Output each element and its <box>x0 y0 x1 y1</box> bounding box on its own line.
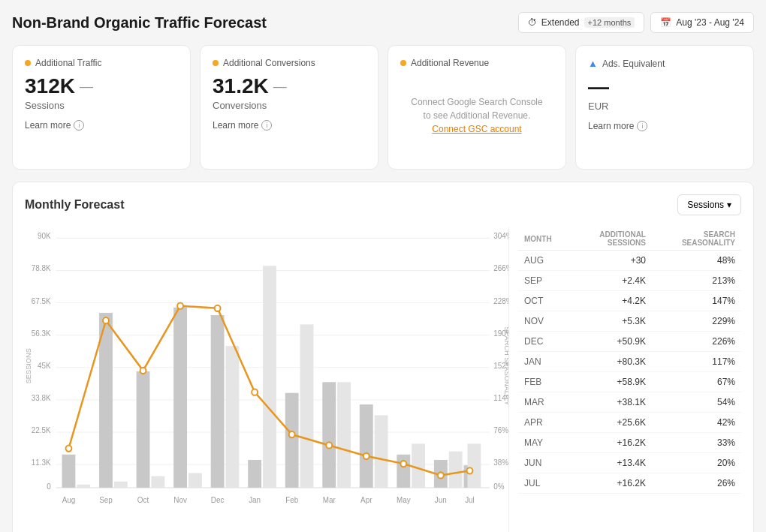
cell-seasonality: 67% <box>652 372 741 392</box>
table-area: MONTH ADDITIONALSESSIONS SEARCHSEASONALI… <box>508 227 741 532</box>
svg-text:Jul: Jul <box>465 496 475 504</box>
table-header-row: MONTH ADDITIONALSESSIONS SEARCHSEASONALI… <box>518 227 741 251</box>
svg-text:11.3K: 11.3K <box>32 458 51 467</box>
table-row: AUG +30 48% <box>518 251 741 271</box>
info-icon: i <box>261 120 272 131</box>
bar-inertial-feb <box>285 393 299 488</box>
learn-more-link[interactable]: Learn more i <box>588 121 741 131</box>
forecast-header: Monthly Forecast Sessions ▾ <box>25 194 741 215</box>
svg-text:45K: 45K <box>38 362 51 370</box>
table-row: MAY +16.2K 33% <box>518 433 741 453</box>
chart-area: 90K 78.8K 67.5K 56.3K 45K 33.8K 22.5K 11… <box>25 227 508 532</box>
col-seasonality: SEARCHSEASONALITY <box>652 227 741 251</box>
connect-msg-text: Connect Google Search Consoleto see Addi… <box>400 95 553 136</box>
bar-additional-mar <box>337 382 351 488</box>
card-label: Additional Conversions <box>223 58 315 68</box>
card-value: 31.2K — <box>213 74 366 98</box>
table-row: JUN +13.4K 20% <box>518 453 741 473</box>
card-value: — <box>588 75 741 99</box>
bar-additional-dec <box>226 346 240 488</box>
dot-apr <box>363 453 369 459</box>
bar-additional-jun <box>449 452 463 488</box>
bar-inertial-oct <box>137 371 150 488</box>
card-header: Additional Revenue <box>400 58 553 68</box>
dot-mar <box>326 442 332 448</box>
card-dash: — <box>80 79 93 95</box>
cell-sessions: +30 <box>572 251 652 271</box>
cell-sessions: +80.3K <box>572 352 652 372</box>
date-range-button[interactable]: 📅 Aug '23 - Aug '24 <box>650 12 754 33</box>
chevron-down-icon: ▾ <box>727 200 731 210</box>
extended-label: Extended <box>541 17 580 28</box>
bar-additional-aug <box>77 485 90 488</box>
dot-jun <box>438 472 444 478</box>
card-dot <box>25 60 31 66</box>
cell-sessions: +2.4K <box>572 271 652 291</box>
learn-more-link[interactable]: Learn more i <box>213 120 366 131</box>
card-unit: EUR <box>588 101 741 112</box>
value-number: 31.2K <box>213 74 269 98</box>
card-header: ▲ Ads. Equivalent <box>588 58 741 69</box>
svg-text:SESSIONS: SESSIONS <box>25 348 32 383</box>
svg-text:Jun: Jun <box>435 496 447 504</box>
bar-additional-feb <box>300 324 314 488</box>
dot-dec <box>215 305 221 311</box>
cell-sessions: +4.2K <box>572 291 652 311</box>
svg-text:Dec: Dec <box>211 496 225 504</box>
svg-text:266%: 266% <box>493 264 508 272</box>
connect-message: Connect Google Search Consoleto see Addi… <box>400 74 553 157</box>
cell-month: MAR <box>518 392 572 413</box>
bar-additional-apr <box>375 415 388 487</box>
cell-month: JUN <box>518 453 572 473</box>
table-row: JUL +16.2K 26% <box>518 473 741 494</box>
svg-text:304%: 304% <box>493 232 508 240</box>
table-row: DEC +50.9K 226% <box>518 332 741 352</box>
svg-text:67.5K: 67.5K <box>32 296 51 305</box>
cell-seasonality: 226% <box>652 332 741 352</box>
svg-text:228%: 228% <box>493 296 508 305</box>
chart-table-wrapper: 90K 78.8K 67.5K 56.3K 45K 33.8K 22.5K 11… <box>25 227 741 532</box>
extended-button[interactable]: ⏱ Extended +12 months <box>518 12 645 33</box>
card-dash: — <box>273 79 287 95</box>
card-unit: Conversions <box>213 100 366 111</box>
table-row: NOV +5.3K 229% <box>518 311 741 332</box>
cell-sessions: +16.2K <box>572 433 652 453</box>
cell-seasonality: 26% <box>652 473 741 494</box>
bar-inertial-apr <box>360 404 373 488</box>
learn-more-link[interactable]: Learn more i <box>25 120 178 131</box>
card-dot <box>400 60 406 66</box>
cell-seasonality: 229% <box>652 311 741 332</box>
info-icon: i <box>637 121 647 131</box>
bar-additional-nov <box>188 473 202 488</box>
cell-sessions: +50.9K <box>572 332 652 352</box>
card-header: Additional Conversions <box>213 58 366 68</box>
table-row: SEP +2.4K 213% <box>518 271 741 291</box>
svg-text:38%: 38% <box>493 458 508 467</box>
cell-month: JAN <box>518 352 572 372</box>
cell-month: OCT <box>518 291 572 311</box>
sessions-dropdown-button[interactable]: Sessions ▾ <box>677 194 741 215</box>
connect-gsc-link[interactable]: Connect GSC account <box>432 124 521 134</box>
svg-text:56.3K: 56.3K <box>32 329 51 338</box>
extended-badge: +12 months <box>584 17 635 28</box>
svg-text:Nov: Nov <box>173 496 187 504</box>
table-body: AUG +30 48% SEP +2.4K 213% OCT +4.2K 147… <box>518 251 741 494</box>
dot-feb <box>289 431 295 437</box>
card-unit: Sessions <box>25 100 178 111</box>
svg-text:78.8K: 78.8K <box>32 264 51 272</box>
cell-month: FEB <box>518 372 572 392</box>
svg-text:22.5K: 22.5K <box>32 426 51 434</box>
svg-text:May: May <box>397 496 412 504</box>
value-number: 312K <box>25 74 75 98</box>
chart-svg: 90K 78.8K 67.5K 56.3K 45K 33.8K 22.5K 11… <box>25 227 508 520</box>
bar-inertial-nov <box>173 308 187 488</box>
bar-additional-jan <box>263 266 276 488</box>
table-head: MONTH ADDITIONALSESSIONS SEARCHSEASONALI… <box>518 227 741 251</box>
svg-text:76%: 76% <box>493 426 508 434</box>
svg-text:Apr: Apr <box>360 496 372 504</box>
additional-traffic-card: Additional Traffic 312K — Sessions Learn… <box>12 45 191 170</box>
cell-month: DEC <box>518 332 572 352</box>
table-row: MAR +38.1K 54% <box>518 392 741 413</box>
ads-icon: ▲ <box>588 58 598 69</box>
cell-seasonality: 20% <box>652 453 741 473</box>
